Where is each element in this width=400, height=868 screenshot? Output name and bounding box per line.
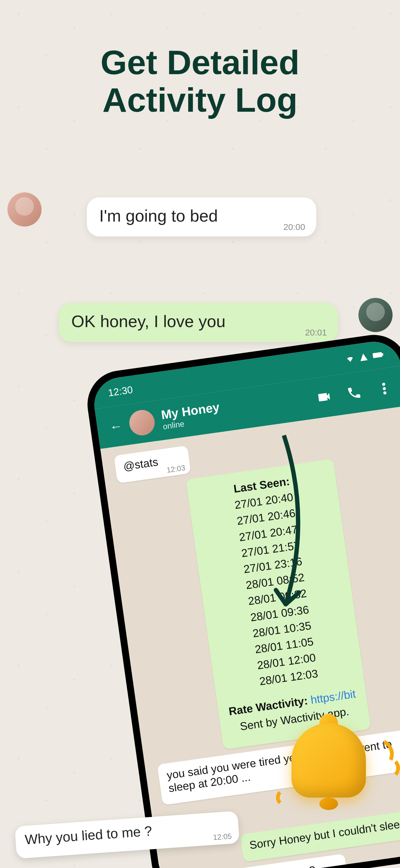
voice-call-icon[interactable] — [346, 384, 363, 401]
message-text: @stats — [123, 455, 159, 473]
bubble-time: 12:05 — [213, 832, 232, 842]
message-time: 12:03 — [166, 463, 186, 474]
message-stats-command[interactable]: @stats 12:03 — [114, 446, 191, 484]
wifi-icon — [345, 354, 355, 364]
chat-bubble-incoming: I'm going to bed 20:00 — [87, 197, 316, 237]
svg-point-3 — [382, 387, 386, 391]
avatar-male-1 — [359, 298, 393, 332]
avatar-female — [7, 192, 41, 226]
bubble-time: 20:01 — [305, 328, 327, 338]
status-clock: 12:30 — [107, 384, 133, 399]
bell-icon — [282, 714, 381, 813]
svg-point-2 — [382, 383, 386, 386]
message-text: are you serious right now ? — [182, 863, 316, 868]
back-button[interactable]: ← — [109, 418, 123, 434]
chat-bubble-outgoing: OK honey, I love you 20:01 — [59, 303, 338, 342]
svg-rect-0 — [372, 352, 382, 358]
video-call-icon[interactable] — [316, 389, 332, 405]
bubble-text: I'm going to bed — [99, 206, 218, 225]
bubble-text: Why you lied to me ? — [25, 823, 153, 847]
svg-point-4 — [383, 391, 387, 395]
signal-icon — [359, 352, 369, 362]
bubble-text: OK honey, I love you — [71, 312, 226, 331]
more-icon[interactable] — [376, 380, 393, 397]
contact-avatar[interactable] — [128, 408, 157, 437]
headline: Get Detailed Activity Log — [0, 43, 400, 119]
bubble-time: 20:00 — [284, 222, 305, 232]
battery-icon — [372, 350, 385, 360]
